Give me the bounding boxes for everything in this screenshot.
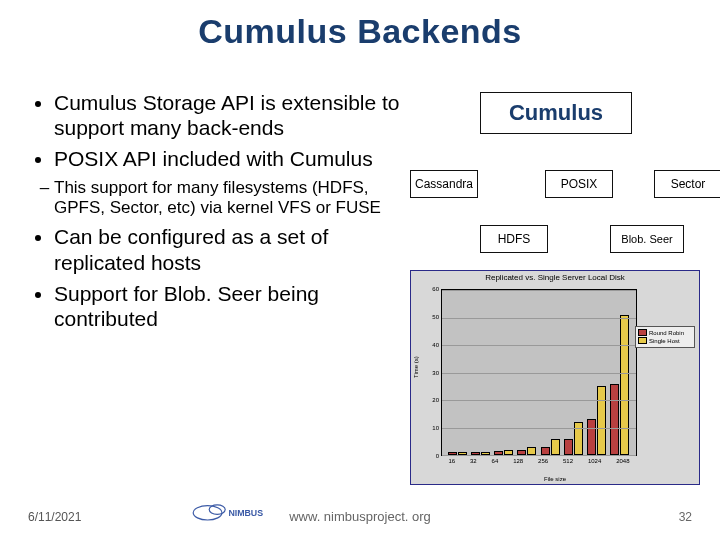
diagram-box-posix: POSIX <box>545 170 613 198</box>
bar <box>551 439 560 456</box>
bullet-subitem: This support for many filesystems (HDFS,… <box>54 178 400 219</box>
body: Cumulus Storage API is extensible to sup… <box>30 90 700 485</box>
performance-chart: Replicated vs. Single Server Local Disk … <box>410 270 700 485</box>
diagram-box-cumulus: Cumulus <box>480 92 632 134</box>
bullet-list: Cumulus Storage API is extensible to sup… <box>30 90 400 485</box>
chart-x-ticks: 16326412825651210242048 <box>441 458 637 468</box>
legend-item: Round Robin <box>638 329 692 336</box>
bar <box>587 419 596 455</box>
diagram-box-blobseer: Blob. Seer <box>610 225 684 253</box>
chart-title: Replicated vs. Single Server Local Disk <box>411 271 699 282</box>
svg-text:NIMBUS: NIMBUS <box>228 508 263 518</box>
legend-item: Single Host <box>638 337 692 344</box>
diagram-box-hdfs: HDFS <box>480 225 548 253</box>
bar <box>620 315 629 455</box>
bar <box>597 386 606 455</box>
architecture-diagram: Cumulus Cassandra POSIX Sector HDFS Blob… <box>410 90 700 270</box>
legend-swatch-icon <box>638 329 647 336</box>
chart-plot-area <box>441 289 637 456</box>
footer: 6/11/2021 NIMBUS www. nimbusproject. org… <box>0 498 720 524</box>
diagram-box-cassandra: Cassandra <box>410 170 478 198</box>
bar <box>527 447 536 455</box>
svg-point-0 <box>193 506 222 520</box>
right-column: Cumulus Cassandra POSIX Sector HDFS Blob… <box>410 90 700 485</box>
bullet-item: Can be configured as a set of replicated… <box>54 224 400 274</box>
nimbus-logo-icon: NIMBUS <box>190 500 270 524</box>
svg-point-1 <box>209 505 225 515</box>
legend-label: Single Host <box>649 338 680 344</box>
chart-legend: Round Robin Single Host <box>635 326 695 348</box>
bullet-item: POSIX API included with Cumulus <box>54 146 400 171</box>
footer-date: 6/11/2021 <box>28 510 81 524</box>
bar <box>541 447 550 455</box>
chart-x-label: File size <box>411 476 699 482</box>
page-number: 32 <box>679 510 692 524</box>
legend-label: Round Robin <box>649 330 684 336</box>
bullet-item: Support for Blob. Seer being contributed <box>54 281 400 331</box>
legend-swatch-icon <box>638 337 647 344</box>
bullet-item: Cumulus Storage API is extensible to sup… <box>54 90 400 140</box>
chart-y-ticks: 0102030405060 <box>419 289 439 456</box>
bar <box>610 384 619 456</box>
footer-url: www. nimbusproject. org <box>289 509 431 524</box>
slide: Cumulus Backends Cumulus Storage API is … <box>0 0 720 540</box>
slide-title: Cumulus Backends <box>0 0 720 51</box>
diagram-box-sector: Sector <box>654 170 720 198</box>
bar <box>564 439 573 456</box>
